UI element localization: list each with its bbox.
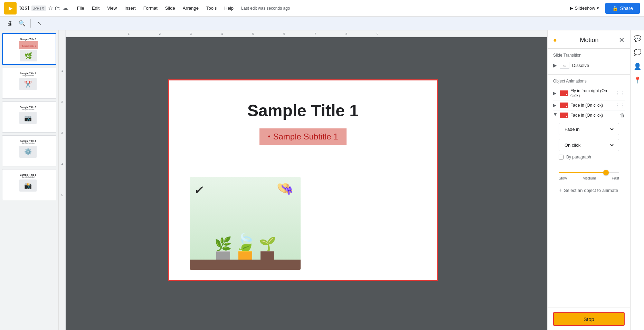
ruler-h-svg: 1 2 3 4 5 6 7 8 9 [59,30,547,37]
svg-text:2: 2 [61,100,63,104]
menu-insert[interactable]: Insert [121,3,139,13]
object-animations-label: Object Animations [553,79,625,84]
anim-label-3: Fade in (On click) [570,113,618,118]
folder-icon[interactable]: 🗁 [55,5,60,11]
top-right-area: ▶ Slideshow ▾ 🔒 Share [566,3,640,14]
slide-thumb-inner-4: Sample Title 4 • Sample Subtitle 4 ⚙️ [4,137,52,165]
svg-text:4: 4 [61,162,63,166]
canvas-area[interactable]: 1 2 3 4 5 6 7 8 9 1 2 3 4 5 [59,30,547,330]
cursor-button[interactable]: ↖ [34,18,45,29]
menu-arrange[interactable]: Arrange [179,3,202,13]
horizontal-ruler: 1 2 3 4 5 6 7 8 9 [59,30,547,37]
print-button[interactable]: 🖨 [4,18,15,29]
speed-fast-label: Fast [612,176,619,180]
object-animations-section: Object Animations ▶ Fly in from right (O… [548,75,630,308]
plant-leaves-1: 🌿 [215,237,232,251]
share-button[interactable]: 🔒 Share [605,3,640,14]
sidebar-icon-chat[interactable]: 💬 [632,33,643,44]
panel-close-button[interactable]: ✕ [619,36,625,44]
slide-canvas[interactable]: Sample Title 1 • Sample Subtitle 1 ✓ 👒 🌿 [168,79,438,281]
slide-thumb-4[interactable]: 4 Sample Title 4 • Sample Subtitle 4 ⚙️ [2,135,56,166]
slide-thumb-2[interactable]: 2 Sample Title 2 • Sample Subtitle 2 ✂️ [2,68,56,99]
animation-row-1[interactable]: ▶ Fly in from right (On click) ⋮⋮ [553,86,625,100]
slide-thumb-inner-3: Sample Title 3 • Sample Subtitle 3 📷 [4,103,52,131]
add-animation-row[interactable]: + Select an object to animate [553,184,625,196]
sidebar-icon-comments[interactable]: 💭 [632,47,643,58]
anim-delete-3-button[interactable]: 🗑 [620,113,625,118]
slide-image-area[interactable]: ✓ 👒 🌿 🍃 🌱 [190,177,301,270]
slide-thumb-5[interactable]: 5 Sample Title 5 • Sample Subtitle 5 📸 [2,169,56,200]
lock-icon: 🔒 [612,6,618,11]
ruler-v-svg: 1 2 3 4 5 [59,30,66,330]
slide-thumb-1[interactable]: 1 Sample Title 1 • Sample Subtitle 1 🌿 [2,33,56,65]
vertical-ruler: 1 2 3 4 5 [59,30,66,330]
anim-drag-2-icon[interactable]: ⋮⋮ [615,103,625,108]
svg-text:3: 3 [61,131,63,135]
slide-thumb-inner-5: Sample Title 5 • Sample Subtitle 5 📸 [4,171,52,198]
anim-chevron-3-icon: ▶ [553,113,558,118]
table-surface [190,260,301,270]
speed-labels: Slow Medium Fast [559,176,619,180]
sidebar-icon-people[interactable]: 👤 [632,61,643,72]
cloud-icon[interactable]: ☁ [63,5,68,11]
plant-leaves-3: 🌱 [259,237,276,251]
menu-help[interactable]: Help [221,3,237,13]
menu-tools[interactable]: Tools [203,3,220,13]
doc-title-area: test .PPTX ☆ 🗁 ☁ [19,4,68,12]
svg-text:1: 1 [61,69,63,72]
anim-chevron-2-icon: ▶ [553,103,558,108]
animation-trigger-dropdown[interactable]: On click After previous With previous [559,139,619,151]
svg-text:5: 5 [252,32,254,36]
slide-transition-label: Slide Transition [553,53,625,58]
doc-ext: .PPTX [31,6,46,11]
star-icon[interactable]: ☆ [48,5,53,11]
panel-header: ● Motion ✕ [548,30,630,49]
motion-panel: ● Motion ✕ Slide Transition ▶ ▭ Dissolve… [547,30,630,330]
anim-drag-1-icon[interactable]: ⋮⋮ [615,90,625,96]
transition-chevron-icon: ▶ [553,62,557,68]
anim-icon-1 [560,90,568,96]
animation-row-2[interactable]: ▶ Fade in (On click) ⋮⋮ [553,100,625,110]
animation-type-dropdown[interactable]: Fade in Fly in from right Fly in from le… [559,123,619,135]
slideshow-button[interactable]: ▶ Slideshow ▾ [566,3,602,13]
menu-slide[interactable]: Slide [162,3,179,13]
anim-label-1: Fly in from right (On click) [570,88,613,98]
menu-view[interactable]: View [104,3,120,13]
menu-format[interactable]: Format [140,3,161,13]
slide-thumb-inner-1: Sample Title 1 • Sample Subtitle 1 🌿 [4,35,53,63]
transition-row[interactable]: ▶ ▭ Dissolve [553,60,625,70]
pot-2: 🍃 [235,234,256,263]
panel-title: Motion [580,37,598,44]
svg-text:1: 1 [128,32,130,36]
slide-panel: 1 Sample Title 1 • Sample Subtitle 1 🌿 2… [0,30,59,330]
menu-edit[interactable]: Edit [88,3,103,13]
anim-icon-2 [560,103,568,108]
transition-icon: ▭ [560,62,569,69]
toolbar: 🖨 🔍 ↖ [0,17,644,30]
slide-thumb-inner-2: Sample Title 2 • Sample Subtitle 2 ✂️ [4,69,52,97]
stop-button-label: Stop [584,316,594,322]
stop-button[interactable]: Stop [553,312,625,326]
by-paragraph-row: By paragraph [559,155,619,159]
animation-row-3[interactable]: ▶ Fade in (On click) 🗑 [553,110,625,120]
add-icon: + [559,187,562,193]
svg-text:6: 6 [283,32,285,36]
slide-subtitle-box[interactable]: • Sample Subtitle 1 [259,128,346,145]
sidebar-icon-map[interactable]: 📍 [632,75,643,86]
anim-icon-3 [560,113,568,118]
speed-slow-label: Slow [559,176,567,180]
menu-file[interactable]: File [74,3,88,13]
speed-thumb[interactable] [603,170,609,175]
add-anim-label: Select an object to animate [564,188,618,193]
svg-rect-11 [59,30,66,330]
zoom-button[interactable]: 🔍 [17,18,28,29]
slide-main-title: Sample Title 1 [247,101,359,120]
animation-type-select[interactable]: Fade in Fly in from right Fly in from le… [563,126,615,132]
slide-thumb-3[interactable]: 3 Sample Title 3 • Sample Subtitle 3 📷 [2,101,56,133]
slide-bullet: • [268,133,270,140]
speed-slider-wrap[interactable] [559,172,619,173]
speed-fill [559,172,606,173]
doc-name: test [19,4,29,12]
by-paragraph-checkbox[interactable] [559,155,564,159]
animation-trigger-select[interactable]: On click After previous With previous [563,142,615,148]
